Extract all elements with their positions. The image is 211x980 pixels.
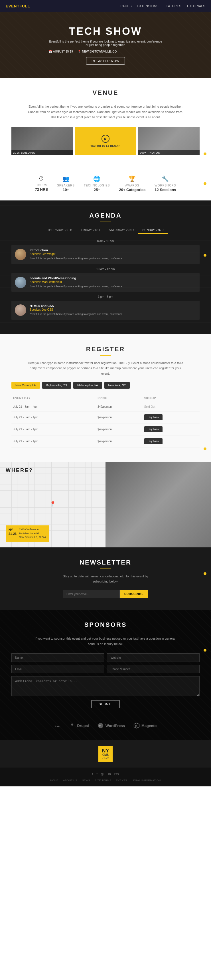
stat-awards: 🏆 Awards 20+ Categories (119, 175, 145, 192)
sponsors-description: If you want to sponsor this event and ge… (34, 636, 177, 646)
svg-text:W: W (98, 725, 100, 727)
table-row: July 21 - 8am - 4pm $49/person Buy Now (11, 411, 200, 423)
scroll-dot-4 (204, 447, 206, 450)
where-title: WHERE? (6, 468, 33, 473)
agenda-tab-saturday[interactable]: Saturday 22nd (105, 227, 138, 234)
logo[interactable]: EVENTFULL (6, 4, 30, 8)
col-empty (87, 395, 96, 402)
newsletter-subscribe-button[interactable]: Subscribe (120, 590, 148, 598)
register-table: Event Day Price Signup July 21 - 8am - 4… (11, 395, 200, 447)
map-card: NY 21-23 CMS Conference Fontview Lane 92… (6, 525, 49, 542)
agenda-item-desc-2: Eventfull is the perfect theme if you ar… (30, 285, 123, 289)
stat-hours: ⏱ Hours 72 HRS (35, 175, 48, 192)
agenda-item-title-1: Introduction (30, 248, 123, 252)
social-linkedin[interactable]: in (108, 772, 111, 776)
newsletter-input[interactable] (63, 590, 120, 598)
footer-link-news[interactable]: NEWS (82, 779, 90, 782)
scroll-dot-2 (204, 182, 206, 185)
time-slot-3: 1 pm - 3 pm (11, 295, 200, 298)
loc-tab-0[interactable]: New County, LA (11, 382, 40, 389)
nav-link-tutorials[interactable]: TUTORIALS (186, 4, 205, 8)
agenda-item-desc-3: Eventfull is the perfect theme if you ar… (30, 312, 123, 317)
gallery-item-2[interactable]: ▶ WATCH 2014 RECAP (75, 127, 136, 155)
form-email-input[interactable] (11, 665, 104, 673)
form-submit-button[interactable]: Submit (92, 700, 119, 708)
photo-placeholder (106, 462, 211, 547)
avatar-joe-css (15, 304, 26, 316)
play-icon: ▶ (102, 135, 109, 143)
time-slot-1: 8 am - 10 am (11, 240, 200, 243)
gallery-item-1[interactable]: 2015 BUILDING (11, 127, 73, 155)
social-facebook[interactable]: f (92, 772, 93, 776)
social-twitter[interactable]: t (97, 772, 97, 776)
col-signup: Signup (143, 395, 200, 402)
footer-link-legal[interactable]: LEGAL INFORMATION (132, 779, 161, 782)
map-side: WHERE? 📍 NY 21-23 CMS Conference Fontvie… (0, 462, 106, 547)
stat-speakers: 👥 Speakers 10+ (57, 175, 75, 192)
nav-link-pages[interactable]: PAGES (121, 4, 132, 8)
sponsors-title: SPONSORS (11, 621, 200, 632)
agenda-tab-sunday[interactable]: Sunday 23rd (138, 227, 168, 234)
social-googleplus[interactable]: g+ (101, 772, 105, 776)
agenda-item-1: Introduction Speaker: Jeff Wright Eventf… (11, 245, 200, 264)
agenda-title: AGENDA (0, 212, 211, 222)
register-button[interactable]: Register Now (86, 57, 125, 65)
sponsor-form: Submit (11, 653, 200, 708)
venue-description: Eventfull is the perfect theme if you ar… (26, 104, 186, 120)
form-name-input[interactable] (11, 653, 104, 662)
venue-section: VENUE Eventfull is the perfect theme if … (0, 78, 211, 167)
loc-tab-1[interactable]: Bigtownville, CO (42, 382, 71, 389)
hero-subtitle: Eventfull is the perfect theme if you ar… (49, 40, 163, 46)
newsletter-title: NEWSLETTER (79, 559, 132, 569)
row-2-price: $49/person (96, 423, 143, 435)
footer-logo-section: NY CMS 21-23 (0, 740, 211, 768)
location-icon: 📍 (78, 50, 81, 53)
footer-dates: 21-23 (102, 756, 109, 760)
row-1-price: $49/person (96, 411, 143, 423)
register-section: REGISTER Here you can type in some instr… (0, 334, 211, 462)
gallery-label-3: 200+ PHOTOS (138, 150, 200, 155)
footer-link-events[interactable]: EVENTS (116, 779, 127, 782)
logo-text: EVENTFULL (6, 4, 30, 8)
sold-out-badge: Sold Out (144, 405, 155, 408)
footer-event: CMS (102, 753, 109, 756)
row-0-price: $49/person (96, 402, 143, 411)
agenda-tab-thursday[interactable]: Thursday 20th (43, 227, 76, 234)
agenda-tab-friday[interactable]: Friday 21st (77, 227, 104, 234)
loc-tab-3[interactable]: New York, NY (104, 382, 130, 389)
joomla-logo: Joomla! (54, 722, 60, 729)
agenda-item-speaker-1: Speaker: Jeff Wright (30, 253, 123, 256)
nav-link-features[interactable]: FEATURES (163, 4, 181, 8)
scroll-dot-6 (204, 649, 206, 652)
time-slot-2: 10 am - 12 pm (11, 267, 200, 271)
row-2-event: July 21 - 8am - 4pm (11, 423, 87, 435)
location-tabs: New County, LA Bigtownville, CO Philadel… (11, 382, 200, 389)
form-phone-input[interactable] (107, 665, 200, 673)
newsletter-description: Stay up to date with news, cancellations… (57, 574, 154, 584)
form-submit-row: Submit (11, 700, 200, 708)
loc-tab-2[interactable]: Philadelphia, PA (73, 382, 102, 389)
social-rss[interactable]: rss (114, 772, 119, 776)
form-comments-textarea[interactable] (11, 676, 200, 696)
map-venue-name: CMS Conference (19, 528, 46, 532)
newsletter-form: Subscribe (63, 590, 148, 598)
buy-button-3[interactable]: Buy Now (144, 438, 163, 444)
row-1-event: July 21 - 8am - 4pm (11, 411, 87, 423)
buy-button-1[interactable]: Buy Now (144, 414, 163, 420)
footer-link-home[interactable]: HOME (50, 779, 59, 782)
gallery-item-3[interactable]: 200+ PHOTOS (138, 127, 200, 155)
nav-link-extensions[interactable]: EXTENSIONS (137, 4, 159, 8)
agenda-item-title-2: Joomla and WordPress Coding (30, 277, 123, 280)
calendar-icon: 📅 (49, 50, 52, 53)
map-pin-icon: 📍 (49, 501, 56, 507)
row-3-event: July 21 - 8am - 4pm (11, 435, 87, 447)
footer-link-terms[interactable]: SITE TERMS (95, 779, 111, 782)
map-card-city: NY (8, 528, 17, 532)
agenda-item-desc-1: Eventfull is the perfect theme if you ar… (30, 257, 123, 261)
gallery-label-1: 2015 BUILDING (11, 150, 73, 155)
footer-link-about[interactable]: ABOUT US (63, 779, 77, 782)
footer-city: NY (102, 748, 109, 753)
svg-text:Joomla!: Joomla! (54, 725, 60, 728)
buy-button-2[interactable]: Buy Now (144, 426, 163, 432)
form-website-input[interactable] (107, 653, 200, 662)
